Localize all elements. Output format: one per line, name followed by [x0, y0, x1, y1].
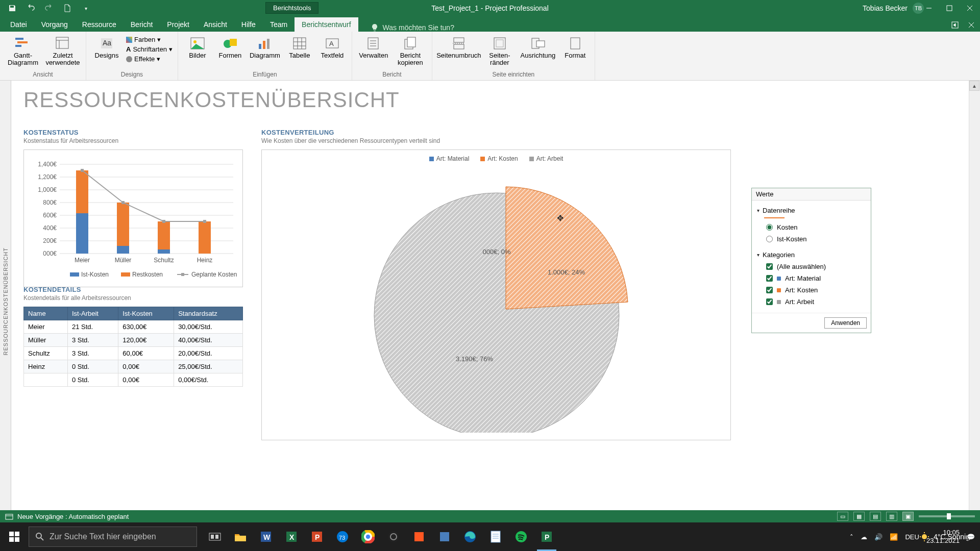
- app-word[interactable]: W: [253, 522, 279, 551]
- designs-button[interactable]: Aa Designs: [91, 34, 122, 59]
- vertical-scrollbar[interactable]: ▲ ▼: [969, 81, 980, 522]
- close-button[interactable]: [960, 0, 980, 16]
- app-generic-2[interactable]: [432, 522, 457, 551]
- maximize-button[interactable]: [939, 0, 960, 16]
- redo-icon[interactable]: [44, 3, 54, 13]
- verwalten-button[interactable]: Verwalten: [357, 34, 390, 59]
- taskbar-search[interactable]: Zur Suche Text hier eingeben: [29, 527, 197, 547]
- check-kosten[interactable]: Art: Kosten: [757, 284, 866, 296]
- app-spotify[interactable]: [508, 522, 534, 551]
- undo-icon[interactable]: [26, 3, 36, 13]
- app-notepad[interactable]: [483, 522, 508, 551]
- app-obs[interactable]: [381, 522, 406, 551]
- tab-bericht[interactable]: Bericht: [124, 17, 160, 32]
- textfeld-button[interactable]: ATextfeld: [318, 34, 347, 59]
- save-icon[interactable]: [7, 3, 17, 13]
- diagramm-button[interactable]: Diagramm: [249, 34, 281, 59]
- svg-rect-99: [414, 532, 424, 541]
- gantt-icon: [14, 36, 32, 51]
- gantt-diagramm-button[interactable]: Gantt-Diagramm: [5, 34, 41, 67]
- bilder-button[interactable]: Bilder: [183, 34, 212, 59]
- tray-onedrive-icon[interactable]: ☁: [861, 533, 867, 541]
- view-btn-4[interactable]: ▥: [886, 512, 897, 521]
- format-button[interactable]: Format: [561, 34, 590, 59]
- app-chrome[interactable]: [355, 522, 381, 551]
- minimize-button[interactable]: [919, 0, 939, 16]
- tab-team[interactable]: Team: [263, 17, 295, 32]
- view-btn-3[interactable]: ▤: [870, 512, 881, 521]
- check-alle[interactable]: (Alle auswählen): [757, 261, 866, 272]
- app-project[interactable]: P: [534, 522, 559, 551]
- kostenstatus-chart[interactable]: 1,400€1,200€1,000€ 800€600€400€ 200€000€: [23, 149, 243, 287]
- start-button[interactable]: [0, 522, 29, 551]
- formen-button[interactable]: Formen: [216, 34, 244, 59]
- tab-hilfe[interactable]: Hilfe: [234, 17, 263, 32]
- svg-text:600€: 600€: [43, 212, 57, 219]
- user-area[interactable]: Tobias Becker TB: [863, 3, 924, 14]
- anwenden-button[interactable]: Anwenden: [824, 317, 867, 329]
- tray-wifi-icon[interactable]: 📶: [890, 533, 898, 541]
- vertical-report-tab[interactable]: RESSOURCENKOSTENÜBERSICHT: [0, 81, 11, 522]
- app-generic-1[interactable]: [406, 522, 432, 551]
- tray-volume-icon[interactable]: 🔊: [874, 533, 883, 541]
- chart-field-pane[interactable]: Werte ▾Datenreihe Kosten Ist-Kosten ▾Kat…: [751, 188, 871, 333]
- ribbon-close-icon[interactable]: [967, 20, 976, 30]
- table-icon: [290, 36, 309, 51]
- datenreihe-group[interactable]: ▾Datenreihe: [757, 205, 866, 216]
- tab-berichtsentwurf[interactable]: Berichtsentwurf: [295, 17, 358, 32]
- tab-datei[interactable]: Datei: [3, 17, 34, 32]
- svg-rect-51: [121, 201, 125, 204]
- system-tray[interactable]: ˄ ☁ 🔊 📶 DEU 10:05 23.11.2021 💬: [850, 522, 980, 551]
- tell-me-search[interactable]: Was möchten Sie tun?: [371, 23, 454, 32]
- table-row[interactable]: 0 Std.0,00€0,00€/Std.: [24, 373, 243, 387]
- table-row[interactable]: Heinz0 Std.0,00€25,00€/Std.: [24, 360, 243, 373]
- tab-ressource[interactable]: Ressource: [75, 17, 124, 32]
- tray-clock[interactable]: 10:05 23.11.2021: [926, 529, 960, 544]
- check-arbeit[interactable]: Art: Arbeit: [757, 296, 866, 308]
- qat-dropdown-icon[interactable]: ▾: [81, 3, 91, 13]
- view-btn-2[interactable]: ▦: [853, 512, 865, 521]
- zoom-slider[interactable]: [919, 515, 975, 517]
- radio-kosten[interactable]: Kosten: [757, 221, 866, 233]
- kostenverteilung-chart[interactable]: Art: Material Art: Kosten Art: Arbeit: [261, 149, 731, 440]
- table-row[interactable]: Müller3 Std.120,00€40,00€/Std.: [24, 334, 243, 347]
- ribbon-expand-icon[interactable]: [950, 20, 960, 30]
- seitenraender-button[interactable]: Seiten-ränder: [484, 34, 515, 67]
- svg-text:Schultz: Schultz: [154, 257, 174, 264]
- zuletzt-verwendete-button[interactable]: Zuletzt verwendete: [45, 34, 81, 67]
- tabelle-button[interactable]: Tabelle: [285, 34, 314, 59]
- schriftarten-button[interactable]: ASchriftarten ▾: [126, 45, 173, 53]
- app-explorer[interactable]: [228, 522, 253, 551]
- user-name: Tobias Becker: [863, 4, 908, 12]
- scroll-up-icon[interactable]: ▲: [969, 81, 979, 91]
- kategorien-group[interactable]: ▾Kategorien: [757, 249, 866, 261]
- effekte-button[interactable]: Effekte ▾: [126, 55, 173, 63]
- app-edge[interactable]: [457, 522, 483, 551]
- tray-language[interactable]: DEU: [905, 533, 919, 541]
- search-prompt: Was möchten Sie tun?: [383, 23, 454, 32]
- app-taskview[interactable]: [202, 522, 228, 551]
- view-btn-5[interactable]: ▣: [902, 512, 914, 521]
- ausrichtung-button[interactable]: Ausrichtung: [519, 34, 557, 59]
- radio-istkosten[interactable]: Ist-Kosten: [757, 233, 866, 245]
- svg-rect-73: [6, 514, 13, 519]
- app-powerpoint[interactable]: P: [304, 522, 330, 551]
- check-material[interactable]: Art: Material: [757, 272, 866, 284]
- seitenumbruch-button[interactable]: Seitenumbruch: [437, 34, 480, 59]
- tab-vorgang[interactable]: Vorgang: [34, 17, 75, 32]
- document-icon[interactable]: [62, 3, 72, 13]
- view-btn-1[interactable]: ▭: [837, 512, 848, 521]
- kostenverteilung-title: KOSTENVERTEILUNG: [261, 129, 731, 136]
- app-edge-legacy[interactable]: 73: [330, 522, 355, 551]
- kostendetails-table[interactable]: Name Ist-Arbeit Ist-Kosten Standardsatz …: [23, 307, 243, 387]
- table-row[interactable]: Meier21 Std.630,00€30,00€/Std.: [24, 320, 243, 334]
- farben-button[interactable]: Farben ▾: [126, 36, 173, 43]
- tray-notifications-icon[interactable]: 💬: [967, 533, 975, 541]
- report-canvas[interactable]: RESSOURCENKOSTENÜBERSICHT KOSTENSTATUS K…: [11, 81, 969, 522]
- tab-projekt[interactable]: Projekt: [160, 17, 197, 32]
- tray-chevron-icon[interactable]: ˄: [850, 533, 853, 541]
- bericht-kopieren-button[interactable]: Bericht kopieren: [394, 34, 427, 67]
- table-row[interactable]: Schultz3 Std.60,00€20,00€/Std.: [24, 347, 243, 360]
- app-excel[interactable]: X: [279, 522, 304, 551]
- tab-ansicht[interactable]: Ansicht: [197, 17, 234, 32]
